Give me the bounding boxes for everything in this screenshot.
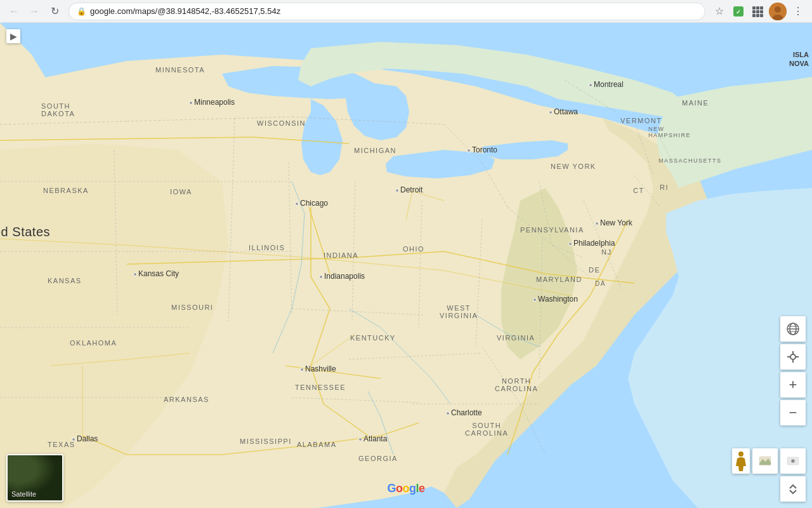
svg-rect-7 — [760, 10, 763, 13]
sidebar-toggle-button[interactable]: ▶ — [6, 29, 20, 43]
photo-button[interactable] — [780, 448, 806, 474]
svg-rect-100 — [36, 481, 58, 497]
svg-rect-4 — [760, 6, 763, 10]
zoom-in-button[interactable]: + — [780, 372, 806, 398]
svg-rect-97 — [11, 458, 33, 478]
map-controls: + − — [780, 316, 806, 425]
lock-icon: 🔒 — [77, 7, 86, 16]
svg-point-86 — [790, 354, 796, 359]
extension-icon-1[interactable]: ✓ — [731, 4, 746, 19]
svg-point-95 — [792, 460, 794, 462]
expand-button[interactable] — [780, 476, 806, 502]
browser-chrome: ← → ↻ 🔒 google.com/maps/@38.9148542,-83.… — [0, 0, 812, 23]
google-apps-button[interactable] — [749, 3, 766, 20]
bottom-controls — [732, 448, 806, 502]
satellite-label: Satellite — [11, 490, 36, 498]
extensions-area: ✓ — [731, 4, 746, 19]
address-bar[interactable]: 🔒 google.com/maps/@38.9148542,-83.465251… — [69, 3, 705, 20]
map-svg — [0, 23, 812, 508]
svg-rect-10 — [760, 14, 763, 17]
svg-rect-5 — [752, 10, 756, 13]
profile-avatar[interactable] — [769, 3, 787, 20]
bookmark-button[interactable]: ☆ — [710, 3, 728, 20]
menu-button[interactable]: ⋮ — [789, 3, 807, 20]
browser-actions: ☆ ✓ — [710, 3, 807, 20]
svg-text:✓: ✓ — [736, 9, 741, 15]
svg-rect-2 — [752, 6, 756, 10]
terrain-button[interactable] — [752, 448, 778, 474]
location-button[interactable] — [780, 344, 806, 370]
bottom-ctrl-row-1 — [732, 448, 806, 474]
zoom-out-button[interactable]: − — [780, 400, 806, 425]
svg-point-12 — [775, 6, 781, 13]
satellite-thumbnail[interactable]: Satellite — [6, 454, 63, 502]
back-button[interactable]: ← — [5, 3, 23, 20]
nav-buttons: ← → ↻ — [5, 3, 63, 20]
globe-view-button[interactable] — [780, 316, 806, 342]
forward-button[interactable]: → — [25, 3, 43, 20]
svg-rect-9 — [756, 14, 759, 17]
map-container[interactable]: ed States MINNESOTA SOUTHDAKOTA WISCONSI… — [0, 23, 812, 508]
svg-rect-98 — [36, 462, 62, 478]
svg-point-91 — [738, 451, 743, 457]
svg-rect-6 — [756, 10, 759, 13]
svg-rect-8 — [752, 14, 756, 17]
reload-button[interactable]: ↻ — [46, 3, 63, 20]
street-view-button[interactable] — [732, 448, 750, 474]
svg-rect-3 — [756, 6, 759, 10]
bottom-ctrl-row-2 — [732, 476, 806, 502]
url-text: google.com/maps/@38.9148542,-83.4652517,… — [90, 6, 697, 16]
